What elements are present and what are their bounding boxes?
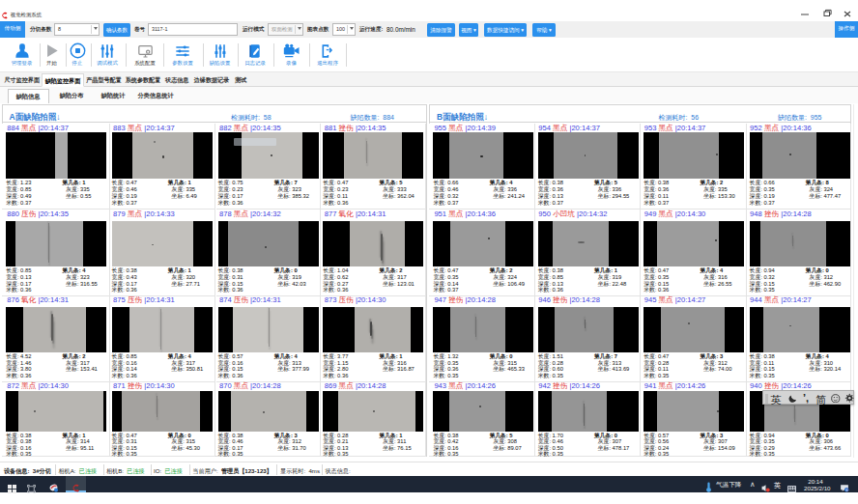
svg-text:6: 6 [845,488,847,492]
